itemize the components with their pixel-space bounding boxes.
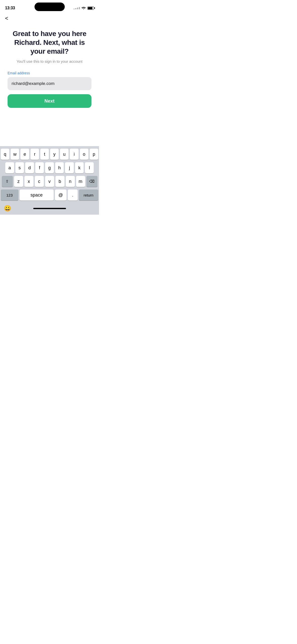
keyboard-row-1: q w e r t y u i o p: [1, 149, 98, 160]
key-x[interactable]: x: [24, 176, 34, 187]
key-t[interactable]: t: [40, 149, 49, 160]
key-j[interactable]: j: [65, 162, 74, 173]
key-e[interactable]: e: [20, 149, 29, 160]
main-content: Great to have you here Richard. Next, wh…: [0, 24, 99, 108]
keyboard-row-2: a s d f g h j k l: [1, 162, 98, 173]
key-n[interactable]: n: [66, 176, 75, 187]
space-key[interactable]: space: [20, 189, 54, 201]
key-l[interactable]: l: [85, 162, 94, 173]
key-y[interactable]: y: [50, 149, 59, 160]
key-m[interactable]: m: [76, 176, 85, 187]
key-o[interactable]: o: [80, 149, 88, 160]
back-chevron-icon: <: [5, 15, 8, 21]
key-a[interactable]: a: [5, 162, 14, 173]
status-bar: 13:33: [0, 0, 99, 13]
status-icons: [74, 7, 94, 10]
key-h[interactable]: h: [55, 162, 64, 173]
battery-icon: [87, 7, 94, 10]
notch: [35, 3, 65, 11]
period-key[interactable]: .: [68, 189, 78, 201]
subtitle: You'll use this to sign in to your accou…: [8, 59, 91, 63]
return-key[interactable]: return: [79, 189, 98, 201]
email-label: Email address: [8, 71, 91, 75]
key-b[interactable]: b: [55, 176, 64, 187]
key-f[interactable]: f: [35, 162, 44, 173]
emoji-button[interactable]: 😀: [4, 205, 11, 212]
key-k[interactable]: k: [75, 162, 84, 173]
headline: Great to have you here Richard. Next, wh…: [8, 29, 91, 56]
key-w[interactable]: w: [11, 149, 19, 160]
key-i[interactable]: i: [70, 149, 78, 160]
back-button[interactable]: <: [0, 13, 13, 24]
signal-icon: [74, 7, 80, 9]
key-d[interactable]: d: [25, 162, 34, 173]
key-r[interactable]: r: [30, 149, 39, 160]
keyboard-row-3: ⇧ z x c v b n m ⌫: [1, 176, 98, 187]
numbers-key[interactable]: 123: [1, 189, 18, 201]
key-c[interactable]: c: [35, 176, 44, 187]
key-s[interactable]: s: [15, 162, 24, 173]
home-indicator: [33, 208, 66, 209]
status-time: 13:33: [5, 6, 15, 10]
key-q[interactable]: q: [1, 149, 9, 160]
keyboard-bottom-row: 123 space @ . return: [1, 189, 98, 201]
key-u[interactable]: u: [60, 149, 69, 160]
key-z[interactable]: z: [14, 176, 23, 187]
next-button[interactable]: Next: [8, 94, 91, 108]
key-v[interactable]: v: [45, 176, 54, 187]
email-input[interactable]: [8, 77, 91, 90]
at-key[interactable]: @: [55, 189, 67, 201]
email-form-group: Email address: [8, 71, 91, 90]
delete-key[interactable]: ⌫: [86, 176, 97, 187]
emoji-bar: 😀: [1, 202, 98, 215]
shift-key[interactable]: ⇧: [2, 176, 13, 187]
wifi-icon: [81, 7, 86, 10]
key-p[interactable]: p: [90, 149, 98, 160]
keyboard: q w e r t y u i o p a s d f g h j k l ⇧ …: [0, 146, 99, 215]
key-g[interactable]: g: [45, 162, 54, 173]
